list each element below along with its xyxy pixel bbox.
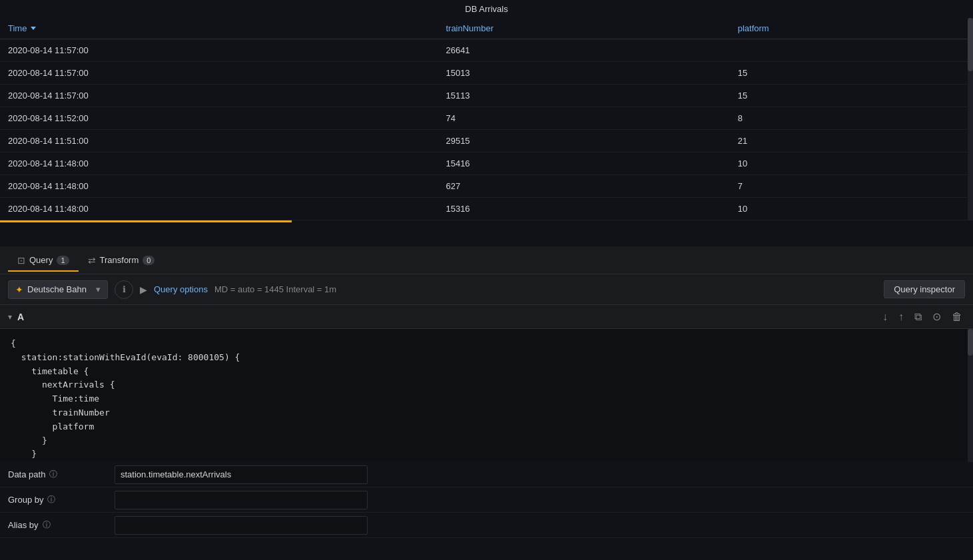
tab-query-label: Query <box>29 255 53 265</box>
cell-train: 26641 <box>438 39 729 62</box>
time-label: Time <box>8 23 27 33</box>
data-path-row: Data path ⓘ <box>0 462 973 487</box>
cell-time: 2020-08-14 11:52:00 <box>0 107 438 130</box>
tabs-bar: ⊡ Query 1 ⇄ Transform 0 <box>0 246 973 274</box>
col-header-time[interactable]: Time <box>0 18 438 39</box>
editor-scrollbar-thumb[interactable] <box>968 329 973 356</box>
query-label: A <box>17 312 24 322</box>
table-row: 2020-08-14 11:48:00 15316 10 <box>0 198 973 220</box>
cell-train: 29515 <box>438 130 729 152</box>
group-by-row: Group by ⓘ <box>0 487 973 513</box>
scrollbar-thumb[interactable] <box>968 18 973 71</box>
query-editor-section: ▾ A ↓ ↑ ⧉ ⊙ 🗑 { station:stationWithEvaId… <box>0 305 973 538</box>
alias-by-row: Alias by ⓘ <box>0 513 973 538</box>
datasource-chevron-icon: ▾ <box>96 284 101 294</box>
hide-query-icon[interactable]: ⊙ <box>930 309 944 324</box>
datasource-label: Deutsche Bahn <box>27 284 87 294</box>
cell-platform: 15 <box>730 62 973 85</box>
delete-query-icon[interactable]: 🗑 <box>949 310 965 324</box>
cell-train: 15113 <box>438 85 729 107</box>
alias-by-info-icon[interactable]: ⓘ <box>43 519 51 531</box>
cell-platform: 8 <box>730 107 973 130</box>
table-row: 2020-08-14 11:57:00 15113 15 <box>0 85 973 107</box>
query-options-bar: ✦ Deutsche Bahn ▾ ℹ ▶ Query options MD =… <box>0 274 973 305</box>
query-options-link[interactable]: Query options <box>154 284 208 294</box>
table-title: DB Arrivals <box>0 0 973 18</box>
cell-platform <box>730 39 973 62</box>
query-code-content: { station:stationWithEvaId(evaId: 800010… <box>11 337 962 462</box>
move-down-icon[interactable]: ↓ <box>880 310 890 324</box>
cell-train: 74 <box>438 107 729 130</box>
cell-train: 627 <box>438 175 729 198</box>
datasource-selector[interactable]: ✦ Deutsche Bahn ▾ <box>8 280 108 299</box>
editor-scrollbar[interactable] <box>968 329 973 462</box>
table-row: 2020-08-14 11:51:00 29515 21 <box>0 130 973 152</box>
datasource-star-icon: ✦ <box>15 284 23 295</box>
cell-time: 2020-08-14 11:57:00 <box>0 85 438 107</box>
tab-transform-badge: 0 <box>143 256 155 265</box>
results-table: Time trainNumber platform 2020-08-14 11:… <box>0 18 973 220</box>
table-scrollbar[interactable] <box>968 18 973 220</box>
collapse-query-icon[interactable]: ▾ <box>8 312 12 322</box>
group-by-info-icon[interactable]: ⓘ <box>47 494 55 505</box>
query-code-editor[interactable]: { station:stationWithEvaId(evaId: 800010… <box>0 329 973 462</box>
query-tab-icon: ⊡ <box>17 255 25 266</box>
table-row: 2020-08-14 11:48:00 15416 10 <box>0 152 973 175</box>
tab-query[interactable]: ⊡ Query 1 <box>8 250 79 271</box>
cell-time: 2020-08-14 11:57:00 <box>0 62 438 85</box>
data-path-info-icon[interactable]: ⓘ <box>49 469 57 480</box>
expand-query-options-icon[interactable]: ▶ <box>140 284 147 295</box>
col-header-platform[interactable]: platform <box>730 18 973 39</box>
cell-time: 2020-08-14 11:57:00 <box>0 39 438 62</box>
cell-platform: 7 <box>730 175 973 198</box>
cell-time: 2020-08-14 11:48:00 <box>0 175 438 198</box>
data-path-label: Data path ⓘ <box>8 469 115 480</box>
table-row: 2020-08-14 11:48:00 627 7 <box>0 175 973 198</box>
tab-query-badge: 1 <box>57 256 69 265</box>
cell-time: 2020-08-14 11:48:00 <box>0 152 438 175</box>
duplicate-query-icon[interactable]: ⧉ <box>912 310 924 324</box>
query-label-bar: ▾ A ↓ ↑ ⧉ ⊙ 🗑 <box>0 305 973 329</box>
col-header-train[interactable]: trainNumber <box>438 18 729 39</box>
query-options-meta: MD = auto = 1445 Interval = 1m <box>214 284 336 294</box>
alias-by-label: Alias by ⓘ <box>8 519 115 531</box>
data-table-section: DB Arrivals Time trainNumber platform <box>0 0 973 246</box>
cell-platform: 21 <box>730 130 973 152</box>
table-row: 2020-08-14 11:57:00 26641 <box>0 39 973 62</box>
group-by-input[interactable] <box>115 491 368 509</box>
tab-transform[interactable]: ⇄ Transform 0 <box>79 250 164 271</box>
table-row: 2020-08-14 11:57:00 15013 15 <box>0 62 973 85</box>
alias-by-input[interactable] <box>115 516 368 535</box>
cell-train: 15316 <box>438 198 729 220</box>
tab-transform-label: Transform <box>100 255 139 265</box>
group-by-label: Group by ⓘ <box>8 494 115 505</box>
query-action-bar: ↓ ↑ ⧉ ⊙ 🗑 <box>880 309 965 324</box>
move-up-icon[interactable]: ↑ <box>896 310 906 324</box>
table-row: 2020-08-14 11:52:00 74 8 <box>0 107 973 130</box>
query-inspector-button[interactable]: Query inspector <box>884 280 965 298</box>
transform-tab-icon: ⇄ <box>88 255 96 266</box>
datasource-info-button[interactable]: ℹ <box>115 280 133 299</box>
cell-time: 2020-08-14 11:48:00 <box>0 198 438 220</box>
cell-train: 15416 <box>438 152 729 175</box>
cell-platform: 15 <box>730 85 973 107</box>
cell-time: 2020-08-14 11:51:00 <box>0 130 438 152</box>
sort-chevron-icon <box>31 27 36 30</box>
data-path-input[interactable] <box>115 465 368 484</box>
table-bottom-accent <box>0 220 973 222</box>
cell-train: 15013 <box>438 62 729 85</box>
cell-platform: 10 <box>730 152 973 175</box>
cell-platform: 10 <box>730 198 973 220</box>
form-fields-section: Data path ⓘ Group by ⓘ Alias by ⓘ <box>0 462 973 538</box>
